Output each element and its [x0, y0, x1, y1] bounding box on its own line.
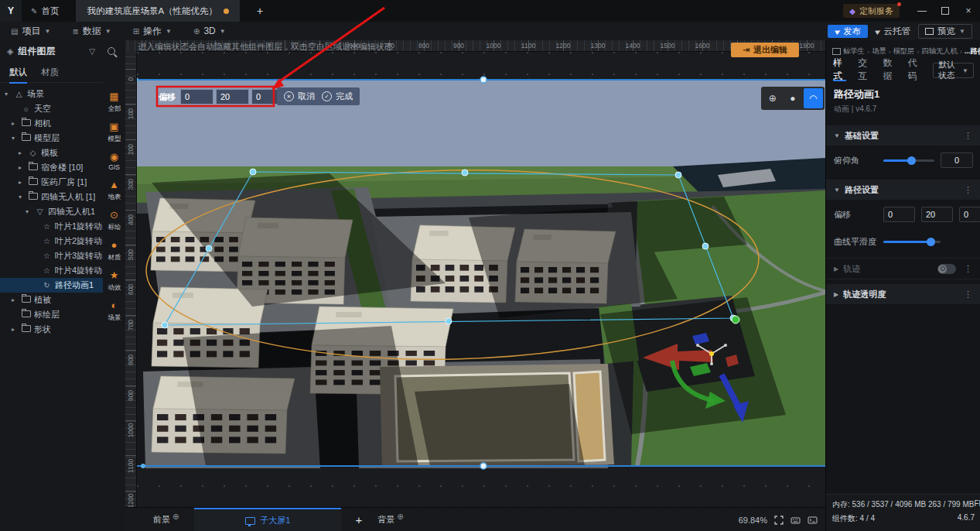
- layer-item[interactable]: ▸形状: [0, 322, 103, 337]
- layer-item[interactable]: ☆叶片4旋转动画: [0, 263, 103, 278]
- layer-item[interactable]: ▾模型层: [0, 131, 103, 146]
- menu-操作[interactable]: ⊞操作▼: [133, 25, 172, 38]
- console-icon[interactable]: [808, 516, 818, 525]
- inspector-tab-交互[interactable]: 交互: [858, 60, 871, 81]
- layer-item[interactable]: ☆叶片2旋转动画: [0, 234, 103, 248]
- monitor-icon: [245, 517, 255, 525]
- maximize-button[interactable]: [934, 0, 957, 22]
- expander-icon[interactable]: ▸: [19, 164, 25, 171]
- path-point-handle[interactable]: [732, 316, 739, 324]
- pitch-slider[interactable]: [883, 159, 934, 162]
- layer-item[interactable]: ↻路径动画1: [0, 278, 103, 293]
- add-screen-button[interactable]: +: [355, 513, 362, 526]
- offset-x-field[interactable]: [883, 207, 915, 222]
- expander-icon[interactable]: ▾: [19, 194, 25, 200]
- state-selector[interactable]: 默认状态▼: [933, 63, 974, 78]
- breadcrumb-segment[interactable]: 鲸学生: [843, 46, 865, 57]
- expander-icon[interactable]: ▸: [12, 296, 18, 303]
- mode-position-button[interactable]: ⊕: [763, 88, 782, 108]
- menu-数据[interactable]: ≣数据▼: [72, 25, 111, 38]
- track-toggle[interactable]: [937, 264, 956, 274]
- category-标绘[interactable]: ⊙标绘: [107, 210, 122, 232]
- category-GIS[interactable]: ◉GIS: [108, 152, 121, 172]
- new-tab-button[interactable]: +: [252, 5, 268, 17]
- custom-service-button[interactable]: ◆ 定制服务: [843, 4, 900, 18]
- expander-icon[interactable]: ▸: [19, 149, 25, 156]
- slider-thumb[interactable]: [927, 238, 935, 246]
- inspector-tab-代码[interactable]: 代码: [908, 60, 921, 81]
- inspector-tab-数据[interactable]: 数据: [883, 60, 896, 81]
- menu-项目[interactable]: ▤项目▼: [11, 25, 50, 38]
- section-menu-icon[interactable]: ⋮: [964, 264, 973, 274]
- breadcrumb-segment[interactable]: ...路径动画1: [965, 46, 980, 57]
- slider-thumb[interactable]: [907, 156, 916, 165]
- category-动效[interactable]: ★动效: [107, 270, 122, 293]
- category-材质[interactable]: ●材质: [107, 240, 122, 262]
- preview-button[interactable]: 预览 ▼: [918, 24, 972, 39]
- section-menu-icon[interactable]: ⋮: [964, 131, 973, 141]
- background-locate-icon[interactable]: ⊕: [397, 512, 403, 521]
- viewport-canvas[interactable]: 6007008009001000110012001300140015001600…: [125, 40, 825, 507]
- smooth-slider[interactable]: [883, 241, 941, 243]
- layers-tab-默认[interactable]: 默认: [9, 62, 27, 84]
- breadcrumb-segment[interactable]: 场景: [872, 46, 886, 57]
- track-row[interactable]: ▶ 轨迹 ⋮: [826, 258, 980, 279]
- close-button[interactable]: ×: [957, 0, 980, 22]
- expander-icon[interactable]: ▸: [12, 326, 18, 333]
- layer-item[interactable]: ☆叶片3旋转动画: [0, 248, 103, 263]
- breadcrumb-segment[interactable]: 模型层: [893, 46, 914, 57]
- filter-icon[interactable]: ▽: [89, 47, 95, 56]
- breadcrumb-segment[interactable]: 四轴无人机: [921, 46, 958, 57]
- offset-y-input[interactable]: [216, 89, 249, 104]
- expander-icon[interactable]: ▾: [12, 135, 18, 142]
- expander-icon[interactable]: ▸: [12, 120, 18, 127]
- pitch-value[interactable]: 0: [941, 152, 973, 168]
- minimize-button[interactable]: —: [910, 0, 934, 22]
- search-icon[interactable]: [108, 47, 115, 55]
- expander-icon[interactable]: ▸: [19, 179, 25, 186]
- inspector-tab-样式[interactable]: 样式: [833, 60, 846, 81]
- layer-item[interactable]: 标绘层: [0, 307, 103, 322]
- publish-button[interactable]: ▶ 发布: [828, 25, 868, 38]
- section-basic[interactable]: ▼ 基础设置 ⋮: [826, 125, 980, 146]
- fullscreen-icon[interactable]: [774, 516, 784, 525]
- keyboard-icon[interactable]: [790, 516, 801, 525]
- offset-y-field[interactable]: [921, 207, 953, 222]
- layer-item-label: 植被: [34, 294, 51, 306]
- layer-item[interactable]: ▸医药厂房 [1]: [0, 175, 103, 190]
- layer-item[interactable]: ☼天空: [0, 101, 103, 116]
- expander-icon[interactable]: ▾: [5, 91, 11, 98]
- tab-document[interactable]: 我的建筑底座场景A（性能优先）: [76, 0, 240, 22]
- section-path[interactable]: ▼ 路径设置 ⋮: [826, 180, 980, 200]
- category-地表[interactable]: ▲地表: [107, 180, 122, 202]
- expander-icon[interactable]: ▾: [26, 208, 32, 215]
- layer-item[interactable]: ▾四轴无人机 [1]: [0, 190, 103, 204]
- layer-item[interactable]: ▸相机: [0, 116, 103, 131]
- layer-item[interactable]: ☆叶片1旋转动画: [0, 219, 103, 234]
- scene-3d[interactable]: [136, 51, 825, 507]
- section-menu-icon[interactable]: ⋮: [964, 289, 973, 300]
- menu-3D[interactable]: ⊕3D▼: [193, 25, 226, 38]
- category-模型[interactable]: ▣模型: [107, 122, 122, 144]
- category-场景[interactable]: ◐场景: [107, 300, 122, 323]
- mode-curve-button[interactable]: ◠: [804, 88, 823, 108]
- offset-z-field[interactable]: [959, 207, 980, 222]
- exit-edit-button[interactable]: ⇥ 退出编辑: [731, 43, 799, 57]
- offset-x-input[interactable]: [180, 89, 213, 104]
- done-button[interactable]: ✓ 完成: [315, 87, 360, 105]
- layer-item[interactable]: ▾△场景: [0, 87, 103, 101]
- layer-item[interactable]: ▸植被: [0, 293, 103, 307]
- layer-item[interactable]: ▾▽四轴无人机1: [0, 204, 103, 219]
- layers-tab-材质[interactable]: 材质: [41, 62, 59, 84]
- section-menu-icon[interactable]: ⋮: [964, 185, 973, 195]
- layer-item[interactable]: ▸宿舍楼 [10]: [0, 160, 103, 175]
- foreground-locate-icon[interactable]: ⊕: [172, 512, 179, 521]
- screen-tab[interactable]: 子大屏1: [194, 508, 341, 531]
- category-全部[interactable]: ▦全部: [107, 91, 122, 114]
- tab-home[interactable]: ✎ 首页: [22, 5, 68, 17]
- layers-panel-header: ◈ 组件图层 ▽: [0, 40, 125, 62]
- cloud-host-button[interactable]: ▶ 云托管: [876, 26, 910, 37]
- section-track-opacity[interactable]: ▶ 轨迹透明度 ⋮: [826, 284, 980, 304]
- layer-item[interactable]: ▸◇模板: [0, 146, 103, 160]
- mode-point-button[interactable]: ●: [783, 88, 802, 108]
